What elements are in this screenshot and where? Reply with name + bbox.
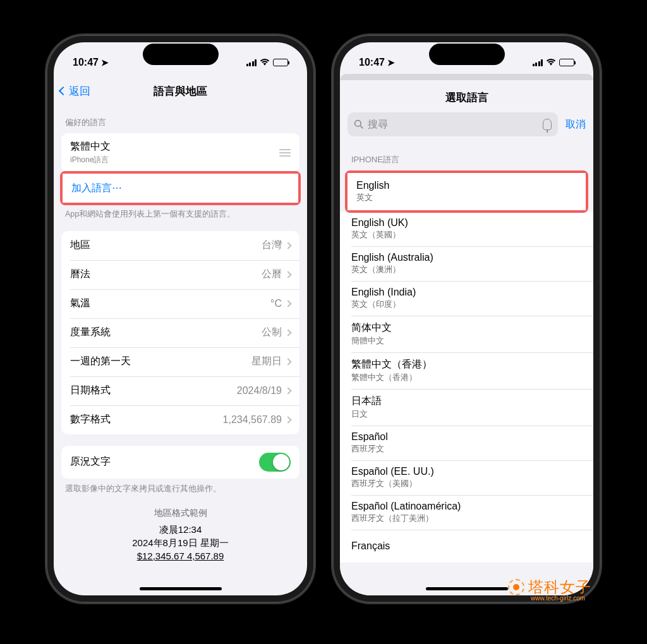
chevron-right-icon: [284, 329, 291, 336]
first-day-row[interactable]: 一週的第一天 星期日: [61, 347, 299, 376]
chevron-right-icon: [284, 242, 291, 249]
mic-icon[interactable]: [543, 119, 552, 130]
status-time: 10:47: [73, 57, 99, 68]
watermark-icon: [508, 579, 524, 595]
location-icon: ➤: [101, 57, 109, 68]
status-time: 10:47: [359, 57, 385, 68]
preferred-languages-header: 偏好的語言: [54, 105, 307, 133]
cancel-button[interactable]: 取消: [565, 118, 586, 131]
language-row[interactable]: Español (Latinoamérica) 西班牙文（拉丁美洲）: [340, 495, 593, 530]
language-row[interactable]: English (UK) 英文（英國）: [340, 212, 593, 246]
chevron-right-icon: [284, 271, 291, 278]
page-title: 語言與地區: [154, 84, 207, 98]
language-row[interactable]: Español (EE. UU.) 西班牙文（美國）: [340, 460, 593, 495]
current-language-name: 繁體中文: [70, 140, 279, 153]
reorder-handle-icon[interactable]: [279, 149, 291, 157]
watermark: 塔科女子 www.tech-girlz.com: [508, 577, 591, 597]
location-icon: ➤: [387, 57, 395, 68]
live-text-row: 原況文字: [61, 446, 299, 479]
region-format-example: 地區格式範例 凌晨12:34 2024年8月19日 星期一 $12,345.67…: [54, 498, 307, 563]
svg-line-1: [360, 126, 363, 128]
language-row[interactable]: English (India) 英文（印度）: [340, 281, 593, 316]
search-placeholder: 搜尋: [368, 118, 388, 131]
svg-point-0: [355, 121, 361, 127]
english-highlight: English 英文: [345, 170, 588, 213]
add-language-highlight: 加入語言⋯: [60, 171, 301, 205]
calendar-row[interactable]: 曆法 公曆: [61, 260, 299, 289]
live-text-footer: 選取影像中的文字來拷貝或進行其他操作。: [54, 479, 307, 494]
sheet-backdrop: [340, 74, 593, 80]
nav-bar: 返回 語言與地區: [54, 76, 307, 105]
region-row[interactable]: 地區 台灣: [61, 231, 299, 260]
language-row[interactable]: 繁體中文（香港） 繁體中文（香港）: [340, 352, 593, 389]
dynamic-island: [143, 44, 219, 65]
measurement-row[interactable]: 度量系統 公制: [61, 318, 299, 347]
dynamic-island: [429, 44, 505, 65]
cellular-icon: [246, 59, 257, 66]
preferred-languages-footer: App和網站會使用列表上第一個有支援的語言。: [54, 204, 307, 220]
language-row[interactable]: Español 西班牙文: [340, 426, 593, 460]
live-text-toggle[interactable]: [259, 453, 291, 472]
language-row[interactable]: Français: [340, 530, 593, 563]
chevron-right-icon: [284, 416, 291, 423]
sheet-title: 選取語言: [340, 80, 593, 112]
current-language-sub: iPhone語言: [70, 155, 279, 165]
phone-left: 10:47 ➤ 返回 語言與地區 偏好的語言: [46, 35, 315, 603]
chevron-right-icon: [284, 387, 291, 394]
language-row[interactable]: 日本語 日文: [340, 389, 593, 426]
back-button[interactable]: 返回: [60, 76, 90, 105]
wifi-icon: [260, 59, 270, 66]
battery-icon: [559, 59, 574, 66]
temperature-row[interactable]: 氣溫 °C: [61, 289, 299, 318]
chevron-left-icon: [59, 86, 68, 95]
home-indicator[interactable]: [426, 587, 508, 590]
cellular-icon: [533, 59, 543, 66]
back-label: 返回: [69, 84, 90, 98]
home-indicator[interactable]: [140, 587, 222, 590]
language-row[interactable]: English (Australia) 英文（澳洲）: [340, 246, 593, 281]
current-language-row[interactable]: 繁體中文 iPhone語言: [61, 133, 299, 172]
battery-icon: [273, 59, 288, 66]
chevron-right-icon: [284, 300, 291, 307]
date-format-row[interactable]: 日期格式 2024/8/19: [61, 376, 299, 405]
language-row-english[interactable]: English 英文: [348, 173, 586, 210]
add-language-button[interactable]: 加入語言⋯: [63, 174, 298, 203]
wifi-icon: [546, 59, 556, 66]
search-icon: [354, 119, 364, 129]
phone-right: 10:47 ➤ 選取語言 搜尋 取消: [332, 35, 601, 603]
language-picker-sheet: 選取語言 搜尋 取消 IPHONE語言 English: [340, 80, 593, 595]
search-input[interactable]: 搜尋: [348, 112, 558, 136]
chevron-right-icon: [284, 358, 291, 365]
number-format-row[interactable]: 數字格式 1,234,567.89: [61, 405, 299, 434]
iphone-language-header: IPHONE語言: [340, 143, 593, 170]
language-row[interactable]: 简体中文 簡體中文: [340, 316, 593, 352]
